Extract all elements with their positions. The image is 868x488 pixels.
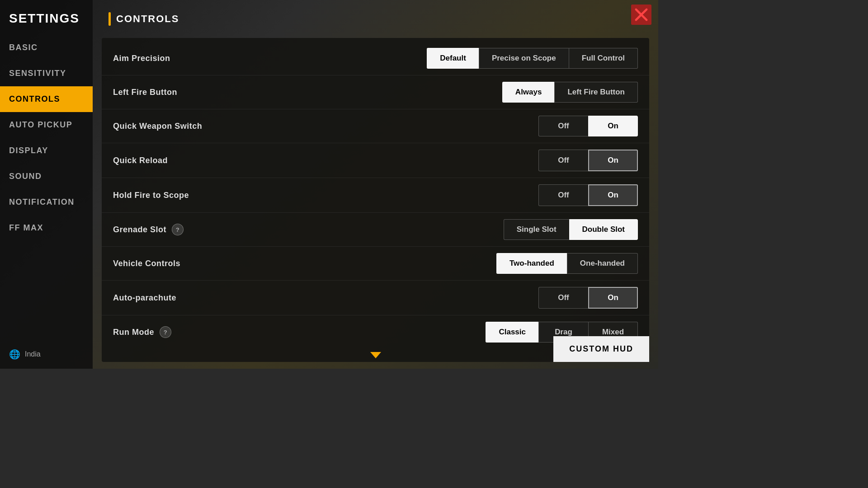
- grenade-slot-help-icon[interactable]: ?: [172, 224, 184, 235]
- section-indicator: [108, 12, 111, 26]
- auto-parachute-controls: Off On: [538, 287, 638, 309]
- sidebar-item-sensitivity[interactable]: SENSITIVITY: [0, 61, 93, 86]
- vehicle-one-handed[interactable]: One-handed: [567, 253, 638, 274]
- quick-reload-controls: Off On: [538, 150, 638, 171]
- sidebar-item-controls[interactable]: CONTROLS: [0, 86, 93, 112]
- setting-label-aim-precision: Aim Precision: [113, 54, 427, 63]
- aim-precision-controls: Default Precise on Scope Full Control: [427, 48, 638, 69]
- chevron-down-icon: [370, 352, 381, 358]
- left-fire-always[interactable]: Always: [502, 82, 555, 103]
- hold-fire-on[interactable]: On: [588, 184, 638, 206]
- setting-row-vehicle-controls: Vehicle Controls Two-handed One-handed: [102, 247, 649, 281]
- aim-precision-precise[interactable]: Precise on Scope: [479, 48, 569, 69]
- vehicle-controls-options: Two-handed One-handed: [496, 253, 638, 274]
- quick-reload-on[interactable]: On: [588, 150, 638, 171]
- setting-row-aim-precision: Aim Precision Default Precise on Scope F…: [102, 42, 649, 75]
- close-button[interactable]: [629, 2, 654, 27]
- setting-label-auto-parachute: Auto-parachute: [113, 293, 538, 303]
- quick-reload-off[interactable]: Off: [538, 150, 588, 171]
- left-fire-button-option[interactable]: Left Fire Button: [554, 82, 638, 103]
- setting-label-left-fire-button: Left Fire Button: [113, 88, 502, 97]
- setting-row-quick-reload: Quick Reload Off On: [102, 143, 649, 178]
- quick-weapon-switch-controls: Off On: [538, 116, 638, 136]
- left-fire-button-controls: Always Left Fire Button: [502, 82, 638, 103]
- run-mode-help-icon[interactable]: ?: [160, 326, 171, 338]
- section-title: CONTROLS: [116, 13, 179, 25]
- vehicle-two-handed[interactable]: Two-handed: [496, 253, 567, 274]
- grenade-single[interactable]: Single Slot: [504, 219, 569, 240]
- main-content: CONTROLS Aim Precision Default Precise o…: [93, 0, 658, 369]
- settings-panel: Aim Precision Default Precise on Scope F…: [102, 38, 649, 362]
- quick-weapon-off[interactable]: Off: [538, 116, 588, 136]
- setting-label-hold-fire-to-scope: Hold Fire to Scope: [113, 191, 538, 200]
- sidebar-item-basic[interactable]: BASIC: [0, 35, 93, 61]
- sidebar-item-display[interactable]: DISPLAY: [0, 138, 93, 164]
- setting-label-vehicle-controls: Vehicle Controls: [113, 259, 496, 268]
- setting-label-grenade-slot: Grenade Slot ?: [113, 224, 504, 235]
- aim-precision-default[interactable]: Default: [427, 48, 479, 69]
- sidebar-item-ff-max[interactable]: FF MAX: [0, 215, 93, 241]
- grenade-double[interactable]: Double Slot: [569, 219, 638, 240]
- grenade-slot-controls: Single Slot Double Slot: [504, 219, 638, 240]
- auto-parachute-off[interactable]: Off: [538, 287, 588, 309]
- custom-hud-button[interactable]: CUSTOM HUD: [553, 336, 649, 362]
- setting-label-quick-reload: Quick Reload: [113, 156, 538, 165]
- app-title: SETTINGS: [0, 5, 93, 35]
- sidebar-item-auto-pickup[interactable]: AUTO PICKUP: [0, 112, 93, 138]
- settings-list: Aim Precision Default Precise on Scope F…: [102, 38, 649, 348]
- auto-parachute-on[interactable]: On: [588, 287, 638, 309]
- setting-label-quick-weapon-switch: Quick Weapon Switch: [113, 122, 538, 131]
- aim-precision-full[interactable]: Full Control: [569, 48, 638, 69]
- sidebar-item-notification[interactable]: NOTIFICATION: [0, 189, 93, 215]
- hold-fire-off[interactable]: Off: [538, 184, 588, 206]
- setting-row-left-fire-button: Left Fire Button Always Left Fire Button: [102, 75, 649, 109]
- section-header: CONTROLS: [102, 7, 649, 31]
- setting-row-hold-fire-to-scope: Hold Fire to Scope Off On: [102, 178, 649, 213]
- sidebar: SETTINGS BASIC SENSITIVITY CONTROLS AUTO…: [0, 0, 93, 369]
- hold-fire-to-scope-controls: Off On: [538, 184, 638, 206]
- sidebar-item-sound[interactable]: SOUND: [0, 164, 93, 189]
- quick-weapon-on[interactable]: On: [588, 116, 638, 136]
- setting-row-grenade-slot: Grenade Slot ? Single Slot Double Slot: [102, 213, 649, 247]
- setting-row-auto-parachute: Auto-parachute Off On: [102, 281, 649, 315]
- setting-label-run-mode: Run Mode ?: [113, 326, 486, 338]
- setting-row-quick-weapon-switch: Quick Weapon Switch Off On: [102, 109, 649, 143]
- sidebar-footer: 🌐 India: [0, 340, 93, 369]
- run-mode-classic[interactable]: Classic: [486, 322, 538, 343]
- region-label: India: [25, 350, 41, 358]
- globe-icon: 🌐: [9, 349, 20, 360]
